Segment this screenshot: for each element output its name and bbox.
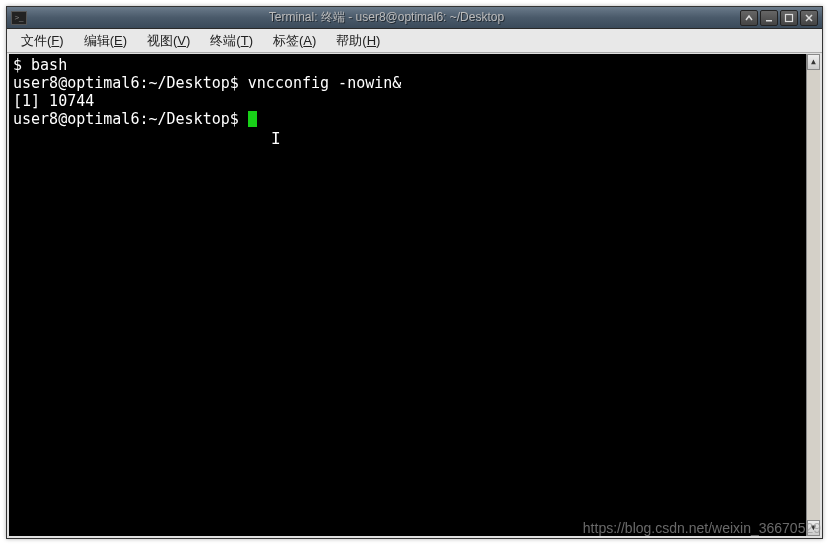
- terminal-icon: >_: [11, 11, 27, 25]
- scroll-track[interactable]: [807, 70, 820, 520]
- maximize-button[interactable]: [780, 10, 798, 26]
- terminal-line: $ bash: [13, 56, 816, 74]
- menu-terminal[interactable]: 终端(T): [200, 30, 263, 52]
- terminal-output[interactable]: $ bash user8@optimal6:~/Desktop$ vncconf…: [7, 53, 822, 538]
- scroll-up-button[interactable]: ▲: [807, 54, 820, 70]
- svg-rect-0: [766, 20, 772, 22]
- menu-tabs[interactable]: 标签(A): [263, 30, 326, 52]
- svg-rect-1: [786, 14, 793, 21]
- minimize-button[interactable]: [760, 10, 778, 26]
- titlebar[interactable]: >_ Terminal: 终端 - user8@optimal6: ~/Desk…: [7, 7, 822, 29]
- shade-button[interactable]: [740, 10, 758, 26]
- terminal-line: [1] 10744: [13, 92, 816, 110]
- close-button[interactable]: [800, 10, 818, 26]
- menubar: 文件(F) 编辑(E) 视图(V) 终端(T) 标签(A) 帮助(H): [7, 29, 822, 53]
- cursor-block: [248, 111, 257, 127]
- menu-help[interactable]: 帮助(H): [326, 30, 390, 52]
- mouse-ibeam-cursor: I: [271, 130, 281, 148]
- window-title: Terminal: 终端 - user8@optimal6: ~/Desktop: [33, 9, 740, 26]
- terminal-prompt-line: user8@optimal6:~/Desktop$: [13, 110, 816, 128]
- window-controls: [740, 10, 818, 26]
- scrollbar[interactable]: ▲ ▼: [806, 54, 820, 536]
- menu-file[interactable]: 文件(F): [11, 30, 74, 52]
- menu-view[interactable]: 视图(V): [137, 30, 200, 52]
- terminal-line: user8@optimal6:~/Desktop$ vncconfig -now…: [13, 74, 816, 92]
- menu-edit[interactable]: 编辑(E): [74, 30, 137, 52]
- terminal-window: >_ Terminal: 终端 - user8@optimal6: ~/Desk…: [6, 6, 823, 539]
- scroll-down-button[interactable]: ▼: [807, 520, 820, 536]
